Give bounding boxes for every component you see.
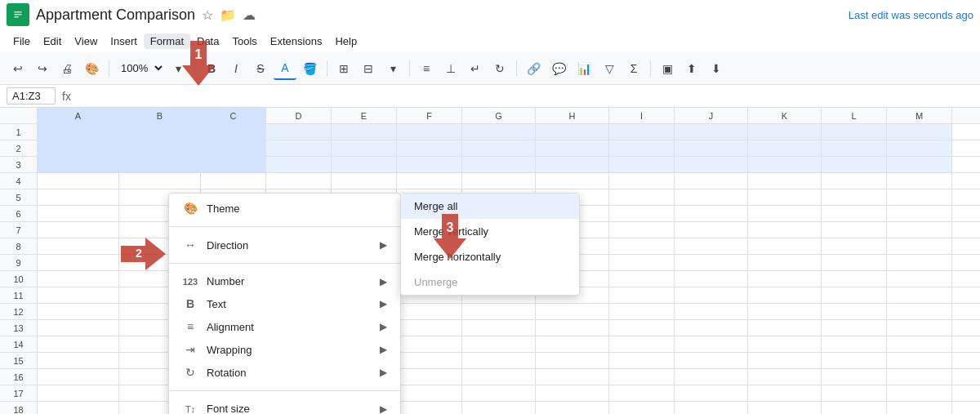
grid-cell[interactable] [609, 222, 675, 238]
grid-cell[interactable] [822, 238, 887, 254]
grid-cell[interactable] [397, 385, 462, 401]
grid-cell[interactable] [266, 173, 332, 189]
grid-cell[interactable] [536, 385, 609, 401]
grid-cell[interactable] [887, 402, 952, 414]
grid-cell[interactable] [38, 304, 119, 319]
grid-cell[interactable] [822, 320, 887, 336]
grid-cell[interactable] [748, 353, 822, 368]
menu-help[interactable]: Help [328, 33, 363, 49]
grid-cell[interactable] [887, 189, 952, 205]
grid-cell[interactable] [748, 222, 822, 238]
format-theme[interactable]: 🎨 Theme [169, 197, 400, 220]
grid-cell[interactable] [536, 320, 609, 336]
filter-button[interactable]: ▽ [598, 57, 621, 80]
grid-cell[interactable] [38, 206, 119, 221]
grid-cell[interactable] [822, 271, 887, 287]
col-header-l[interactable]: L [822, 108, 887, 123]
grid-cell[interactable] [822, 287, 887, 303]
grid-cell[interactable] [822, 336, 887, 352]
grid-cell[interactable] [536, 157, 609, 172]
format-text[interactable]: B Text ▶ [169, 292, 400, 315]
menu-tools[interactable]: Tools [225, 33, 263, 49]
grid-cell[interactable] [536, 140, 609, 156]
grid-cell[interactable] [887, 353, 952, 368]
link-button[interactable]: 🔗 [522, 57, 546, 80]
grid-cell[interactable] [609, 369, 675, 385]
grid-cell[interactable] [397, 336, 462, 352]
grid-cell[interactable] [609, 124, 675, 140]
grid-cell[interactable] [38, 255, 119, 270]
grid-cell[interactable] [748, 238, 822, 254]
grid-cell[interactable] [887, 271, 952, 287]
paint-format-button[interactable]: 🎨 [80, 57, 104, 80]
grid-cell[interactable] [38, 320, 119, 336]
grid-cell[interactable] [675, 255, 748, 270]
chart-button[interactable]: 📊 [572, 57, 596, 80]
grid-cell[interactable] [748, 206, 822, 221]
grid-cell[interactable] [609, 206, 675, 221]
grid-cell[interactable] [822, 173, 887, 189]
grid-cell[interactable] [675, 287, 748, 303]
grid-cell[interactable] [822, 206, 887, 221]
grid-cell[interactable] [38, 287, 119, 303]
grid-cell[interactable] [332, 124, 397, 140]
grid-cell[interactable] [887, 173, 952, 189]
grid-cell[interactable] [609, 173, 675, 189]
grid-cell[interactable] [609, 271, 675, 287]
grid-cell[interactable] [675, 157, 748, 172]
grid-cell[interactable] [609, 385, 675, 401]
grid-cell[interactable] [887, 222, 952, 238]
grid-cell[interactable] [536, 402, 609, 414]
grid-cell[interactable] [119, 157, 201, 172]
grid-cell[interactable] [266, 124, 332, 140]
grid-cell[interactable] [748, 320, 822, 336]
grid-cell[interactable] [822, 402, 887, 414]
grid-cell[interactable] [397, 353, 462, 368]
grid-cell[interactable] [609, 304, 675, 319]
grid-cell[interactable] [536, 369, 609, 385]
col-header-h[interactable]: H [536, 108, 609, 123]
borders-button[interactable]: ⊞ [332, 57, 355, 80]
menu-file[interactable]: File [7, 33, 37, 49]
grid-cell[interactable] [675, 353, 748, 368]
grid-cell[interactable] [609, 157, 675, 172]
sheet-btn3[interactable]: ⬇ [705, 57, 728, 80]
grid-cell[interactable] [609, 320, 675, 336]
grid-cell[interactable] [822, 189, 887, 205]
grid-cell[interactable] [822, 385, 887, 401]
grid-cell[interactable] [462, 402, 536, 414]
grid-cell[interactable] [675, 320, 748, 336]
grid-cell[interactable] [675, 140, 748, 156]
zoom-select[interactable]: 100% [114, 60, 165, 77]
grid-cell[interactable] [397, 157, 462, 172]
grid-cell[interactable] [887, 385, 952, 401]
format-fontsize[interactable]: T↕ Font size ▶ [169, 398, 400, 414]
grid-cell[interactable] [332, 157, 397, 172]
folder-icon[interactable]: 📁 [220, 7, 236, 23]
col-header-b[interactable]: B [119, 108, 201, 123]
grid-cell[interactable] [675, 369, 748, 385]
grid-cell[interactable] [397, 140, 462, 156]
grid-cell[interactable] [675, 222, 748, 238]
grid-cell[interactable] [38, 189, 119, 205]
grid-cell[interactable] [38, 222, 119, 238]
grid-cell[interactable] [462, 385, 536, 401]
grid-cell[interactable] [609, 189, 675, 205]
underline-button[interactable]: A [274, 57, 296, 80]
grid-cell[interactable] [822, 140, 887, 156]
grid-cell[interactable] [887, 255, 952, 270]
grid-cell[interactable] [887, 336, 952, 352]
grid-cell[interactable] [38, 353, 119, 368]
grid-cell[interactable] [748, 140, 822, 156]
italic-button[interactable]: I [225, 57, 247, 80]
grid-cell[interactable] [675, 304, 748, 319]
grid-cell[interactable] [201, 140, 266, 156]
grid-cell[interactable] [38, 157, 119, 172]
merge-all[interactable]: Merge all [401, 194, 579, 219]
grid-cell[interactable] [822, 304, 887, 319]
grid-cell[interactable] [462, 173, 536, 189]
format-direction[interactable]: ↔ Direction ▶ [169, 234, 400, 256]
grid-cell[interactable] [462, 304, 536, 319]
grid-cell[interactable] [462, 157, 536, 172]
grid-cell[interactable] [609, 336, 675, 352]
